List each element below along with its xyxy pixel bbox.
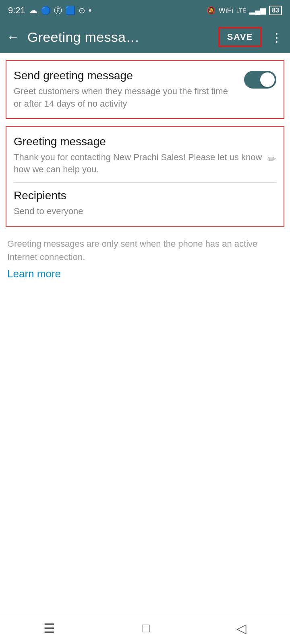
send-greeting-card: Send greeting message Greet customers wh… — [6, 60, 284, 119]
send-greeting-toggle[interactable] — [244, 71, 276, 89]
dot-icon: • — [89, 5, 92, 16]
battery-indicator: 83 — [269, 6, 282, 15]
navigation-bar: ☰ □ ◁ — [0, 612, 290, 644]
save-button[interactable]: SAVE — [219, 28, 261, 46]
status-right: 🔕 WiFi LTE ▂▄▆ 83 — [207, 6, 282, 15]
cloud-icon: ☁ — [29, 5, 37, 16]
more-options-button[interactable]: ⋮ — [271, 30, 284, 44]
back-button[interactable]: ← — [6, 30, 19, 45]
send-greeting-description: Greet customers when they message you th… — [14, 85, 238, 110]
recipients-value: Send to everyone — [14, 205, 276, 218]
toggle-thumb — [260, 72, 275, 87]
edit-message-button[interactable]: ✏ — [267, 153, 276, 165]
send-greeting-title: Send greeting message — [14, 69, 238, 82]
nav-home-icon[interactable]: □ — [142, 621, 149, 636]
status-bar: 9:21 ☁ 🔵 Ⓕ 🟦 ⊙ • 🔕 WiFi LTE ▂▄▆ 83 — [0, 0, 290, 21]
mute-icon: 🔕 — [207, 6, 215, 15]
greeting-message-card: Greeting message Thank you for contactin… — [6, 126, 284, 227]
learn-more-link[interactable]: Learn more — [7, 268, 61, 280]
app-bar: ← Greeting messa… SAVE ⋮ — [0, 21, 290, 53]
toggle-track — [244, 71, 276, 89]
lte-icon: LTE — [236, 7, 246, 14]
status-time: 9:21 — [8, 5, 25, 16]
nav-menu-icon[interactable]: ☰ — [44, 621, 55, 636]
toggle-row: Send greeting message Greet customers wh… — [14, 69, 276, 110]
greeting-message-text: Thank you for contacting New Prachi Sale… — [14, 151, 267, 176]
nav-back-icon[interactable]: ◁ — [236, 621, 246, 636]
browser-icon: 🟦 — [65, 6, 75, 15]
signal-icon: ▂▄▆ — [249, 6, 266, 15]
camera-icon: ⊙ — [79, 6, 85, 15]
status-left: 9:21 ☁ 🔵 Ⓕ 🟦 ⊙ • — [8, 5, 92, 16]
messenger-icon: 🔵 — [41, 6, 51, 15]
divider — [14, 182, 276, 183]
send-greeting-text: Send greeting message Greet customers wh… — [14, 69, 244, 110]
page-title: Greeting messa… — [27, 29, 213, 45]
greeting-message-section-title: Greeting message — [14, 135, 276, 148]
footer-info-text: Greeting messages are only sent when the… — [7, 237, 283, 264]
recipients-title: Recipients — [14, 189, 276, 202]
content-area: Send greeting message Greet customers wh… — [0, 53, 290, 612]
facebook-icon: Ⓕ — [54, 5, 62, 16]
message-row: Thank you for contacting New Prachi Sale… — [14, 151, 276, 176]
footer-info: Greeting messages are only sent when the… — [0, 234, 290, 280]
wifi-icon: WiFi — [219, 6, 233, 15]
